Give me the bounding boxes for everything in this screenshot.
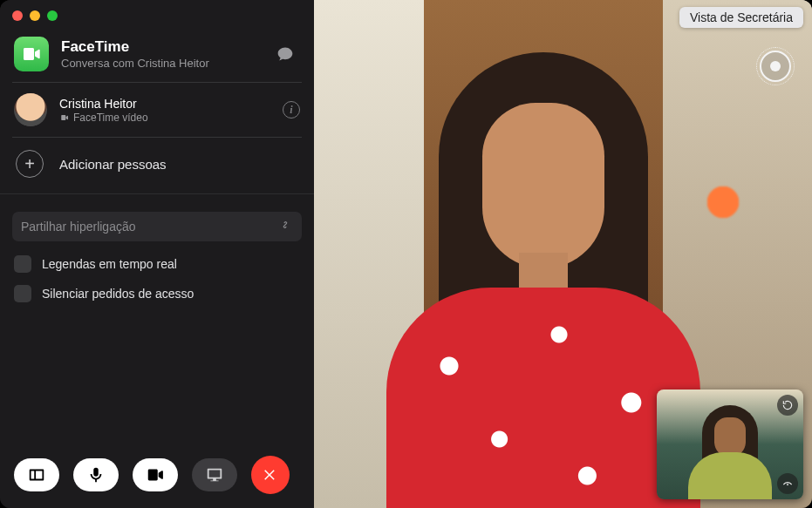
video-icon [59,113,70,122]
self-view[interactable] [657,389,803,499]
camera-toggle-button[interactable] [133,458,178,491]
window-controls [0,0,314,31]
share-screen-button[interactable] [192,458,237,491]
plus-icon: + [16,150,44,178]
desk-view-label: Vista de Secretária [690,10,793,24]
sidebar-toggle-button[interactable] [14,458,59,491]
participant-name: Cristina Heitor [59,97,270,111]
live-photo-button[interactable] [760,51,791,82]
share-screen-icon [205,465,224,484]
rotate-icon [781,399,794,411]
live-captions-label: Legendas em tempo real [42,257,177,271]
checkbox-icon [14,285,31,302]
share-link-label: Partilhar hiperligação [21,220,136,234]
app-subtitle: Conversa com Cristina Heitor [61,57,258,70]
microphone-icon [86,465,106,484]
participant-avatar [14,93,47,126]
silence-requests-toggle[interactable]: Silenciar pedidos de acesso [0,285,314,302]
silence-requests-label: Silenciar pedidos de acesso [42,287,194,301]
svg-point-0 [787,484,788,484]
facetime-app-icon [14,37,49,71]
participant-status: FaceTime vídeo [59,112,270,124]
facetime-window: FaceTime Conversa com Cristina Heitor Cr… [0,0,812,508]
checkbox-icon [14,255,31,273]
fullscreen-window-button[interactable] [47,10,58,21]
close-window-button[interactable] [12,10,23,21]
messages-button[interactable] [270,41,300,67]
minimize-window-button[interactable] [30,10,40,21]
close-icon [263,467,278,483]
message-icon [276,45,295,63]
app-title: FaceTime [61,38,258,56]
share-link-button[interactable]: Partilhar hiperligação [12,212,302,241]
add-people-button[interactable]: + Adicionar pessoas [0,138,314,193]
app-header: FaceTime Conversa com Cristina Heitor [0,31,314,82]
desk-view-button[interactable]: Vista de Secretária [679,7,803,28]
sidebar-icon [27,465,46,484]
add-people-label: Adicionar pessoas [59,157,167,172]
call-controls [14,456,290,494]
participant-row[interactable]: Cristina Heitor FaceTime vídeo i [0,83,314,137]
video-icon [146,465,165,484]
end-call-button[interactable] [251,456,290,494]
effects-button[interactable] [777,473,798,494]
live-captions-toggle[interactable]: Legendas em tempo real [0,255,314,273]
effects-icon [781,478,794,490]
sidebar: FaceTime Conversa com Cristina Heitor Cr… [0,0,314,508]
mute-button[interactable] [73,458,119,491]
rotate-camera-button[interactable] [777,395,798,416]
main-video-feed: Vista de Secretária [314,0,812,508]
participant-info-button[interactable]: i [283,101,300,119]
link-icon [277,219,293,234]
